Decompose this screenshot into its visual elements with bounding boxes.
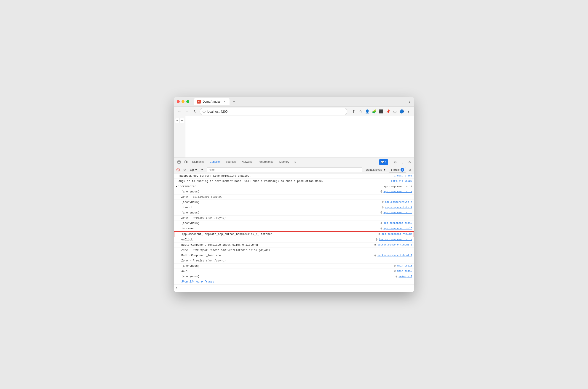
pin-button[interactable]: 📌 (385, 108, 391, 115)
log-source-link[interactable]: app.component.ts:16 (384, 211, 412, 214)
tab-favicon: A (197, 100, 201, 103)
show-more-frames-entry: Show 234 more frames (174, 279, 414, 285)
tab-console[interactable]: Console (207, 158, 223, 166)
url-text: localhost:4200 (207, 110, 228, 113)
more-options-button[interactable]: ⋮ (399, 159, 406, 165)
tab-memory[interactable]: Memory (277, 158, 292, 166)
issue-badge[interactable]: 1 Issue: 1 (389, 167, 406, 173)
sidebar-add-button[interactable]: + (175, 118, 179, 123)
log-entry-timeout: timeout @ app.component.ts:4 (174, 205, 414, 210)
avatar-button[interactable]: 🔵 (398, 108, 405, 115)
refresh-button[interactable]: ↻ (192, 108, 198, 115)
log-source-link[interactable]: main.js:2 (399, 275, 412, 278)
expand-triangle[interactable]: ▼ (176, 185, 177, 188)
cast-button[interactable]: ▭ (392, 108, 398, 115)
profile-icon[interactable]: ⬛ (378, 108, 384, 115)
log-source-link[interactable]: app.component.ts:4 (385, 201, 412, 203)
bookmark-button[interactable]: ☆ (357, 108, 364, 115)
back-button[interactable]: ← (176, 108, 183, 115)
devtools-close-button[interactable]: ✕ (407, 159, 412, 165)
settings-button[interactable]: ⚙ (392, 159, 398, 165)
log-entry-incremented: ▼ incremented app.component.ts:18 (174, 184, 414, 189)
svg-rect-0 (178, 161, 180, 163)
log-message: (anonymous) (181, 190, 376, 194)
tab-close-button[interactable]: × (223, 100, 226, 103)
security-icon: ⓘ (202, 109, 205, 114)
forward-button[interactable]: → (184, 108, 191, 115)
log-message: Zone – Promise.then (async) (181, 259, 408, 263)
log-message: AppComponent_Template_app_button_handleC… (182, 232, 378, 236)
close-button[interactable] (177, 100, 180, 103)
log-message: ButtonComponent_Template_input_click_0_l… (181, 243, 370, 247)
log-message: (anonymous) (181, 274, 391, 279)
context-selector[interactable]: top ▼ (188, 167, 199, 173)
log-message: (anonymous) (181, 221, 376, 225)
log-source-link[interactable]: app.component.ts:15 (384, 227, 412, 230)
tab-network[interactable]: Network (239, 158, 255, 166)
traffic-lights (177, 100, 189, 103)
log-message: incremented (178, 184, 379, 189)
address-field[interactable]: ⓘ localhost:4200 (199, 108, 347, 115)
page-area: + − (174, 116, 414, 158)
extensions-button[interactable]: 🧩 (371, 108, 377, 115)
maximize-button[interactable] (186, 100, 189, 103)
log-source-link[interactable]: app.component.html:2 (382, 233, 412, 235)
share-button[interactable]: ⬆ (351, 108, 357, 115)
log-entry-4431: 4431 @ main.ts:13 (174, 269, 414, 274)
log-source-link[interactable]: button.component.html:1 (377, 243, 412, 246)
sidebar-remove-button[interactable]: − (180, 118, 184, 123)
log-entry-appcomponent-highlighted: AppComponent_Template_app_button_handleC… (174, 231, 414, 237)
log-message: Zone – HTMLInputElement.addEventListener… (181, 248, 408, 252)
tab-elements[interactable]: Elements (190, 158, 206, 166)
tab-list-button[interactable]: › (408, 98, 411, 105)
prompt-arrow: › (176, 286, 177, 290)
extension-button[interactable]: 👤 (364, 108, 371, 115)
log-entry-anon-3: (anonymous) @ app.component.ts:16 (174, 210, 414, 216)
live-expression-button[interactable]: 👁 (200, 167, 206, 173)
log-source-link[interactable]: app.component.ts:16 (384, 222, 412, 225)
device-toolbar-button[interactable] (183, 159, 189, 165)
clear-console-button[interactable]: 🚫 (175, 167, 181, 173)
active-tab[interactable]: A DemoAngular × (194, 98, 229, 105)
log-source-link[interactable]: main.ts:15 (397, 264, 412, 267)
svg-rect-2 (187, 161, 187, 163)
context-label: top (190, 168, 194, 171)
log-message: onClick (181, 238, 371, 242)
log-message: (anonymous) (181, 211, 376, 215)
show-more-frames-button[interactable]: Show 234 more frames (181, 280, 214, 284)
menu-button[interactable]: ⋮ (405, 108, 412, 115)
log-source-link[interactable]: app.component.ts:18 (384, 190, 412, 193)
log-message: 4431 (181, 269, 390, 273)
log-source-link[interactable]: index.js:551 (394, 174, 412, 178)
log-entry-buttoncomponent-template: ButtonComponent_Template @ button.compon… (174, 253, 414, 258)
minimize-button[interactable] (182, 100, 185, 103)
tab-title: DemoAngular (202, 100, 221, 103)
log-message: ButtonComponent_Template (181, 254, 370, 258)
new-tab-button[interactable]: + (231, 98, 237, 105)
log-entry-zone-promise-2: Zone – Promise.then (async) (174, 258, 414, 263)
address-actions: ⬆ ☆ 👤 🧩 ⬛ 📌 ▭ 🔵 ⋮ (351, 108, 412, 115)
tab-performance[interactable]: Performance (255, 158, 276, 166)
log-source-link[interactable]: button.component.ts:17 (379, 238, 412, 241)
log-source-link[interactable]: core.mjs:25627 (391, 179, 412, 183)
console-settings-button[interactable]: ⚙ (407, 167, 413, 173)
title-bar: A DemoAngular × + › (174, 97, 414, 107)
stop-on-exception-button[interactable]: ⊘ (182, 167, 187, 173)
inspect-element-button[interactable] (176, 159, 182, 165)
log-entry-zone-htmlinput: Zone – HTMLInputElement.addEventListener… (174, 248, 414, 253)
filter-input[interactable] (207, 167, 362, 172)
address-bar: ← → ↻ ⓘ localhost:4200 ⬆ ☆ 👤 🧩 ⬛ 📌 ▭ 🔵 ⋮ (174, 107, 414, 116)
divider (390, 160, 390, 164)
tab-sources[interactable]: Sources (223, 158, 238, 166)
log-levels-selector[interactable]: Default levels ▼ (364, 167, 388, 173)
log-source-link[interactable]: button.component.html:1 (377, 254, 412, 257)
devtools-panel: Elements Console Sources Network Perform… (174, 158, 414, 292)
log-source-link[interactable]: app.component.ts:4 (385, 206, 412, 209)
svg-rect-1 (185, 161, 186, 163)
prompt-input[interactable] (179, 286, 412, 290)
log-source-link[interactable]: main.ts:13 (397, 270, 412, 272)
feedback-badge[interactable]: 💬 1 (379, 159, 388, 165)
log-entry-buttoncomponent-input: ButtonComponent_Template_input_click_0_l… (174, 242, 414, 248)
more-tabs-button[interactable]: » (293, 159, 298, 165)
console-prompt[interactable]: › (174, 285, 414, 292)
